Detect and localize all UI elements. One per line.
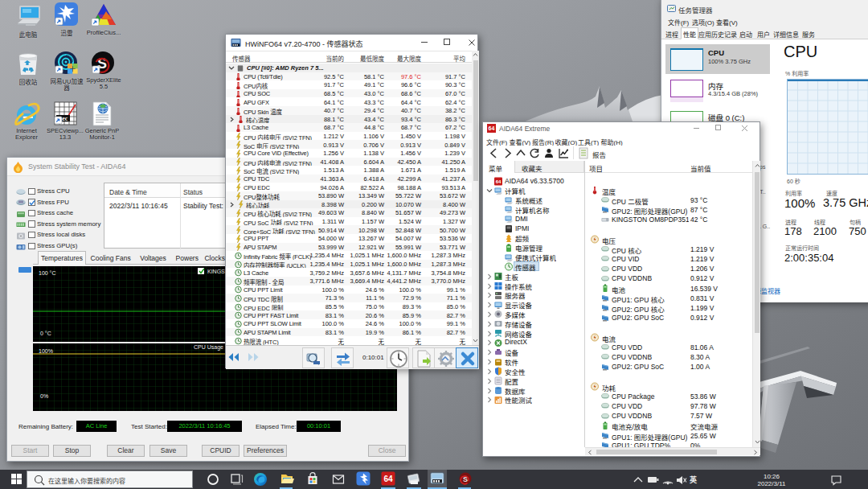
svg-text:64: 64 <box>496 179 502 184</box>
svg-text:64: 64 <box>383 475 393 483</box>
